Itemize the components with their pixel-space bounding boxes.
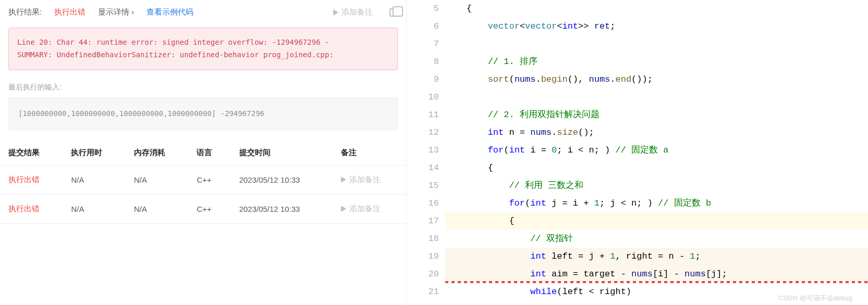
table-row[interactable]: 执行出错N/AN/AC++2023/05/12 10:33添加备注 [0, 194, 406, 223]
col-header: 语言 [188, 141, 230, 166]
code-gutter: 56789101112131415161718192021 [407, 0, 443, 305]
col-header: 提交时间 [231, 141, 333, 166]
add-note-cell[interactable]: 添加备注 [333, 194, 407, 223]
code-line[interactable]: vector<vector<int>> ret; [445, 18, 868, 35]
flag-icon [341, 206, 346, 212]
code-line[interactable] [445, 88, 868, 106]
flag-icon [341, 176, 346, 183]
code-line[interactable]: // 2. 利用双指针解决问题 [445, 106, 868, 124]
submission-table: 提交结果执行用时内存消耗语言提交时间备注 执行出错N/AN/AC++2023/0… [0, 141, 406, 224]
last-input-label: 最后执行的输入: [0, 79, 406, 97]
result-tabs: 执行结果: 执行出错 显示详情 › 查看示例代码 添加备注 [0, 0, 406, 22]
code-line[interactable]: int aim = target - nums[i] - nums[j]; [445, 265, 868, 283]
tab-sample-code[interactable]: 查看示例代码 [146, 7, 193, 17]
error-message: Line 20: Char 44: runtime error: signed … [8, 28, 398, 70]
col-header: 执行用时 [63, 141, 125, 166]
code-line[interactable]: // 1. 排序 [445, 53, 868, 71]
code-line[interactable]: int left = j + 1, right = n - 1; [445, 248, 868, 265]
code-line[interactable]: int n = nums.size(); [445, 124, 868, 142]
watermark: CSDN @可涵不会debug [778, 294, 852, 303]
code-line[interactable]: // 双指针 [445, 230, 868, 248]
tab-detail[interactable]: 显示详情 › [98, 7, 134, 17]
add-note-button[interactable]: 添加备注 [333, 7, 373, 17]
code-line[interactable]: // 利用 三数之和 [445, 177, 868, 195]
code-line[interactable]: sort(nums.begin(), nums.end()); [445, 71, 868, 88]
add-note-cell[interactable]: 添加备注 [333, 165, 407, 194]
code-line[interactable]: for(int j = i + 1; j < n; ) // 固定数 b [445, 195, 868, 212]
code-line[interactable]: { [445, 159, 868, 177]
col-header: 备注 [333, 141, 407, 166]
code-line[interactable] [445, 35, 868, 53]
result-label: 执行结果: [8, 7, 42, 17]
col-header: 提交结果 [0, 141, 63, 166]
code-line[interactable]: { [445, 212, 868, 230]
code-line[interactable]: for(int i = 0; i < n; ) // 固定数 a [445, 142, 868, 159]
tab-error[interactable]: 执行出错 [54, 7, 85, 17]
copy-icon[interactable] [389, 8, 398, 17]
col-header: 内存消耗 [126, 141, 188, 166]
flag-icon [333, 9, 338, 16]
code-editor[interactable]: { vector<vector<int>> ret; // 1. 排序 sort… [443, 0, 868, 305]
code-line[interactable]: { [445, 0, 868, 18]
last-input: [1000000000,1000000000,1000000000,100000… [8, 97, 398, 130]
table-row[interactable]: 执行出错N/AN/AC++2023/05/12 10:33添加备注 [0, 165, 406, 194]
